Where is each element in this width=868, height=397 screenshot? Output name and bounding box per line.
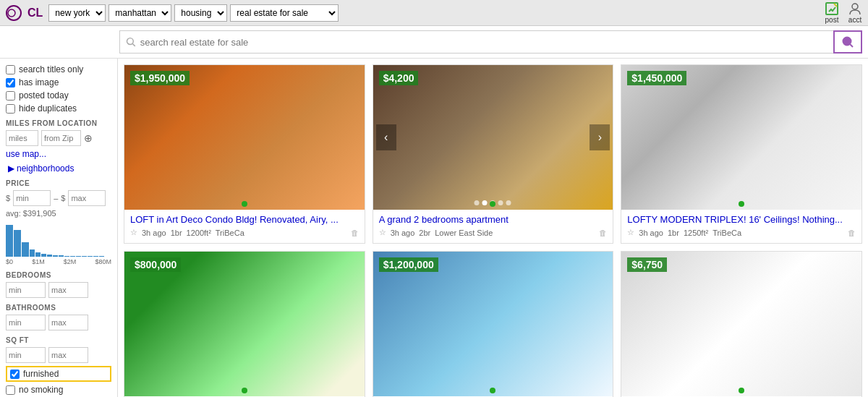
listing-card[interactable]: $1,200,000 Spacious 3BR in sought-after … <box>373 251 614 397</box>
hide-listing-icon[interactable]: 🗑 <box>599 229 607 237</box>
hide-listing-icon[interactable]: 🗑 <box>351 229 359 237</box>
online-dot <box>242 388 247 393</box>
listing-card[interactable]: $4,200 ‹ › A grand 2 bedrooms apartment <box>373 64 614 244</box>
furnished-label: furnished <box>23 369 59 379</box>
sqft-min-input[interactable] <box>6 347 46 363</box>
furnished-row: furnished <box>6 366 111 382</box>
svg-line-6 <box>132 43 135 46</box>
histogram-bar-0 <box>6 225 13 257</box>
has-image-checkbox[interactable] <box>6 78 15 87</box>
search-titles-checkbox[interactable] <box>6 65 15 74</box>
listing-image: $1,200,000 <box>373 252 613 396</box>
listing-body: LOFT in Art Deco Condo Bldg! Renovated, … <box>124 210 365 243</box>
listing-price: $6,750 <box>627 257 667 272</box>
price-dash: – <box>54 194 58 202</box>
bedrooms-section-title: BEDROOMS <box>6 271 111 279</box>
city-select[interactable]: new york <box>48 4 106 22</box>
furnished-checkbox[interactable] <box>10 370 20 379</box>
listing-image: $1,450,000 <box>621 65 861 210</box>
online-dot <box>739 201 744 207</box>
listing-price: $800,000 <box>130 257 181 272</box>
listing-area: TriBeCa <box>712 229 741 237</box>
listing-card[interactable]: $1,450,000 LOFTY MODERN TRIPLEX! 16' Cei… <box>621 64 862 244</box>
listing-meta-left: ☆ 3h ago 1br 1200ft² TriBeCa <box>130 228 244 237</box>
bath-max-input[interactable] <box>48 315 88 330</box>
listing-area: TriBeCa <box>216 229 244 237</box>
listing-title[interactable]: LOFT in Art Deco Condo Bldg! Renovated, … <box>130 214 359 225</box>
listing-time: 3h ago <box>142 229 166 237</box>
no-smoking-checkbox[interactable] <box>6 385 15 395</box>
hide-duplicates-row: hide duplicates <box>6 103 111 114</box>
listing-meta-left: ☆ 3h ago 2br Lower East Side <box>379 228 493 237</box>
price-min-input[interactable] <box>13 190 51 206</box>
listing-card[interactable]: $800,000 Beautiful renovated apartment i… <box>124 251 365 397</box>
listing-price: $4,200 <box>379 71 419 85</box>
listing-sqft: 1250ft² <box>684 229 708 237</box>
listing-title[interactable]: A grand 2 bedrooms apartment <box>379 214 608 225</box>
price-dollar-label2: $ <box>61 194 65 202</box>
bath-min-input[interactable] <box>6 315 46 330</box>
beds-min-input[interactable] <box>6 282 46 298</box>
post-button[interactable]: post <box>825 1 839 24</box>
listings-grid: $1,950,000 LOFT in Art Deco Condo Bldg! … <box>124 64 862 397</box>
listing-meta-left: ☆ 3h ago 1br 1250ft² TriBeCa <box>627 228 741 237</box>
hist-label-2: $2M <box>64 258 77 265</box>
use-map-link[interactable]: use map... <box>6 149 111 159</box>
hide-listing-icon[interactable]: 🗑 <box>848 229 856 237</box>
bathrooms-row <box>6 315 111 330</box>
posted-today-checkbox[interactable] <box>6 91 15 101</box>
search-submit-icon <box>841 35 854 48</box>
histogram-bar-14 <box>93 256 98 257</box>
histogram-bar-13 <box>88 256 93 257</box>
listing-card[interactable]: $6,750 Bright modern loft with high ceil… <box>621 251 862 397</box>
sqft-max-input[interactable] <box>48 347 88 363</box>
listing-price: $1,450,000 <box>627 71 686 85</box>
acct-label: acct <box>848 16 861 24</box>
histogram-bar-12 <box>82 256 87 257</box>
category-select[interactable]: housing <box>174 4 227 22</box>
listing-prev-button[interactable]: ‹ <box>376 124 396 150</box>
histogram-bar-3 <box>30 249 35 257</box>
listing-meta: ☆ 3h ago 1br 1250ft² TriBeCa 🗑 <box>627 228 856 237</box>
search-bar <box>0 26 868 59</box>
acct-button[interactable]: acct <box>848 1 862 24</box>
listing-title[interactable]: LOFTY MODERN TRIPLEX! 16' Ceilings! Noth… <box>627 214 856 225</box>
listing-dot <box>498 200 503 205</box>
zip-input[interactable] <box>41 130 81 146</box>
listing-price: $1,950,000 <box>130 71 190 85</box>
listing-time: 3h ago <box>391 229 415 237</box>
cl-brand-text: CL <box>27 7 43 20</box>
top-nav: CL new york manhattan housing real estat… <box>0 0 868 26</box>
search-button[interactable] <box>833 30 862 54</box>
listing-beds: 1br <box>668 229 679 237</box>
histogram-bar-7 <box>53 255 58 257</box>
listing-image: $800,000 <box>124 252 365 396</box>
favorite-icon[interactable]: ☆ <box>379 228 386 237</box>
histogram-labels: $0 $1M $2M $80M <box>6 258 111 265</box>
area-select[interactable]: manhattan <box>109 4 171 22</box>
cl-logo <box>6 5 22 21</box>
nav-right: post acct <box>825 1 862 24</box>
neighborhoods-row[interactable]: ▶ neighborhoods <box>6 163 111 174</box>
location-icon[interactable]: ⊕ <box>84 132 93 144</box>
hide-duplicates-checkbox[interactable] <box>6 104 15 114</box>
posted-today-row: posted today <box>6 90 111 101</box>
svg-line-3 <box>834 4 837 7</box>
favorite-icon[interactable]: ☆ <box>130 228 137 237</box>
miles-input[interactable] <box>6 130 38 146</box>
beds-max-input[interactable] <box>48 282 88 298</box>
svg-line-8 <box>850 44 853 47</box>
sqft-row <box>6 347 111 363</box>
histogram-bar-6 <box>47 255 52 257</box>
listing-next-button[interactable]: › <box>590 124 610 150</box>
search-input[interactable] <box>140 37 827 48</box>
main: search titles only has image posted toda… <box>0 59 868 397</box>
price-max-input[interactable] <box>68 190 106 206</box>
listing-card[interactable]: $1,950,000 LOFT in Art Deco Condo Bldg! … <box>124 64 365 244</box>
online-dot <box>490 201 495 207</box>
favorite-icon[interactable]: ☆ <box>627 228 634 237</box>
price-histogram <box>6 221 111 257</box>
post-label: post <box>825 16 839 24</box>
listing-meta: ☆ 3h ago 2br Lower East Side 🗑 <box>379 228 608 237</box>
subcategory-select[interactable]: real estate for sale <box>230 4 339 22</box>
